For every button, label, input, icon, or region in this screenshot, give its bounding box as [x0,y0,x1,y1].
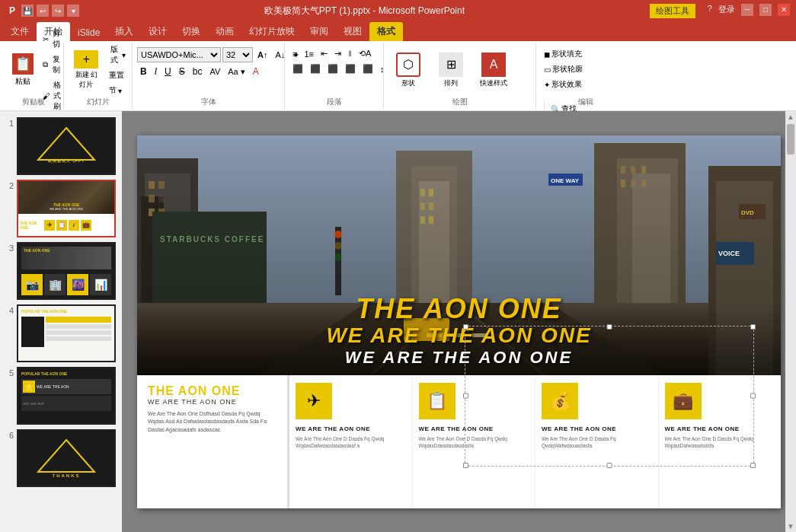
cut-button[interactable]: ✂ 剪切 [40,27,66,51]
shape-button[interactable]: ⬡ 形状 [388,47,428,93]
tab-insert[interactable]: 插入 [107,22,141,41]
slides-label: 幻灯片 [64,97,132,107]
maximize-button[interactable]: □ [759,4,772,16]
help-button[interactable]: ? [708,4,712,18]
font-family-select[interactable]: USAWDO+Mic... [137,47,221,62]
scroll-thumb[interactable] [787,124,794,155]
tab-format[interactable]: 格式 [369,22,403,41]
minimize-button[interactable]: ─ [741,4,753,16]
slide-headline: THE AON ONE WE ARE THE AON ONE WE ARE TH… [137,294,781,367]
strikethrough-button[interactable]: S [176,65,188,78]
arrange-button[interactable]: ⊞ 排列 [431,47,471,93]
bottom-desc: We Are The Aon One Dsffsasd Dasda Fq Qwd… [148,410,277,435]
ribbon-group-clipboard: 📋 粘贴 ✂ 剪切 ⧉ 复制 🖌 格式刷 剪贴板 [3,43,64,109]
tab-design[interactable]: 设计 [141,22,174,41]
text-direction-button[interactable]: ⟲A [356,47,374,60]
bottom-card-4: 💼 WE ARE THE AON ONE We Are The Aon One … [659,375,782,508]
card-icon-3: 💰 [542,383,578,419]
scroll-up-arrow[interactable]: ▲ [787,113,794,121]
outline-button[interactable]: ▭ 形状轮廓 [541,62,586,76]
paste-button[interactable]: 📋 粘贴 [8,47,38,93]
font-spacing-button[interactable]: AV [206,65,223,78]
copy-button[interactable]: ⧉ 复制 [40,53,66,77]
section-button[interactable]: 节 ▾ [106,84,129,97]
effects-button[interactable]: ✦ 形状效果 [541,78,585,91]
card-desc-1: We Are The Aon One D Dasda Fq Qwdq Wqdas… [296,435,406,451]
titlebar: P 💾 ↩ ↪ ▾ 欧美极简大气PPT (1).pptx - Microsoft… [0,0,796,21]
bold-button[interactable]: B [137,65,150,78]
align-right-button[interactable]: ⬛ [324,62,341,75]
slide-thumb-2[interactable]: THE AON ONE WE ARE THE AON ONE THE AON O… [17,180,116,237]
paragraph-label: 段落 [285,97,383,107]
align-center-button[interactable]: ⬛ [307,62,324,75]
card-title-3: WE ARE THE AON ONE [542,425,652,432]
slide-thumb-1[interactable]: 欧美极简大气PPT [17,117,116,175]
card-title-1: WE ARE THE AON ONE [296,425,406,432]
quick-access-undo[interactable]: ↩ [37,5,49,17]
drawing-label: 绘图 [384,97,535,107]
editing-label: 编辑 [536,97,635,107]
tab-transition[interactable]: 切换 [174,22,208,41]
slide-thumb-6[interactable]: THANKS [17,429,116,487]
numbering-button[interactable]: 1≡ [301,48,317,60]
tab-view[interactable]: 视图 [336,22,369,41]
bottom-card-2: 📋 WE ARE THE AON ONE We Are The Aon One … [413,375,536,508]
quick-styles-button[interactable]: A 快速样式 [474,47,513,93]
underline-button[interactable]: U [161,65,174,78]
tab-animation[interactable]: 动画 [208,22,241,41]
vertical-align-button[interactable]: ⬛ [360,62,376,75]
fill-button[interactable]: ◼ 形状填充 [541,47,585,61]
slide-num-4: 4 [3,306,14,315]
close-button[interactable]: ✕ [778,4,790,16]
slide-item-6[interactable]: 6 THANKS [3,429,119,487]
layout-button[interactable]: 版式 ▾ [106,43,129,67]
slide-item-1[interactable]: 1 欧美极简大气PPT [3,117,119,175]
slide-item-4[interactable]: 4 POPULAR THE AON ONE [3,304,119,362]
canvas-area[interactable]: STARBUCKS COFFEE VOICE [122,111,796,532]
slide-thumb-5[interactable]: POPULAR THE AON ONE ⭐ WE ARE THE AON aon… [17,367,116,425]
ribbon-group-font: USAWDO+Mic... 32 A↑ A↓ ✦ B I U S bc AV A… [133,43,285,109]
bottom-cards: ✈ WE ARE THE AON ONE We Are The Aon One … [289,375,781,508]
scroll-down-arrow[interactable]: ▼ [787,522,794,530]
slide-canvas[interactable]: STARBUCKS COFFEE VOICE [137,135,781,508]
svg-text:ONE WAY: ONE WAY [551,177,580,184]
font-increase-button[interactable]: A↑ [254,49,270,61]
tab-file[interactable]: 文件 [3,22,37,41]
slide-thumb-3[interactable]: THE AON ONE 📸 🏢 🌆 📊 [17,242,116,300]
titlebar-left: P 💾 ↩ ↪ ▾ [6,5,79,17]
reset-button[interactable]: 重置 [106,68,129,82]
font-size-select[interactable]: 32 [222,47,253,62]
tab-slideshow[interactable]: 幻灯片放映 [241,22,302,41]
scrollbar-right[interactable]: ▲ ▼ [785,111,796,532]
bottom-card-1: ✈ WE ARE THE AON ONE We Are The Aon One … [289,375,413,508]
slide-item-2[interactable]: 2 THE AON ONE WE ARE THE AON ONE THE AON… [3,180,119,237]
login-button[interactable]: 登录 [718,4,735,18]
increase-indent-button[interactable]: ⇥ [331,47,344,60]
align-left-button[interactable]: ⬛ [289,62,306,75]
quick-access-redo[interactable]: ↪ [52,5,64,17]
slide-item-5[interactable]: 5 POPULAR THE AON ONE ⭐ WE ARE THE AON a… [3,367,119,425]
tab-review[interactable]: 审阅 [302,22,336,41]
italic-button[interactable]: I [152,65,160,78]
ribbon-group-slides: + 新建 幻灯片 版式 ▾ 重置 节 ▾ 幻灯片 [64,43,133,109]
ribbon: 📋 粘贴 ✂ 剪切 ⧉ 复制 🖌 格式刷 剪贴板 + 新建 幻灯片 版式 ▾ 重… [0,41,796,111]
font-case-button[interactable]: Aa ▾ [225,65,248,78]
bullets-button[interactable]: ≡ [289,48,300,60]
slide-panel: 1 欧美极简大气PPT 2 THE AON ONE WE ARE THE AO [0,111,122,532]
shadow-button[interactable]: bc [190,65,206,78]
quick-access-menu[interactable]: ▾ [67,5,79,17]
slide-num-2: 2 [3,181,14,190]
bottom-title: THE AON ONE [148,384,277,398]
new-slide-button[interactable]: + 新建 幻灯片 [69,47,104,93]
decrease-indent-button[interactable]: ⇤ [318,47,331,60]
format-painter-button[interactable]: 🖌 格式刷 [40,78,66,113]
slide-thumb-4[interactable]: POPULAR THE AON ONE [17,304,116,362]
slide-num-1: 1 [3,119,14,128]
slide-item-3[interactable]: 3 THE AON ONE 📸 🏢 🌆 📊 [3,242,119,300]
tab-islide[interactable]: iSlide [70,24,107,41]
ribbon-tabs: 文件 开始 iSlide 插入 设计 切换 动画 幻灯片放映 审阅 视图 格式 [0,21,796,41]
quick-access-save[interactable]: 💾 [21,5,34,17]
justify-button[interactable]: ⬛ [342,62,359,75]
columns-button[interactable]: ⫴ [345,47,355,60]
font-color-button[interactable]: A [250,65,262,78]
